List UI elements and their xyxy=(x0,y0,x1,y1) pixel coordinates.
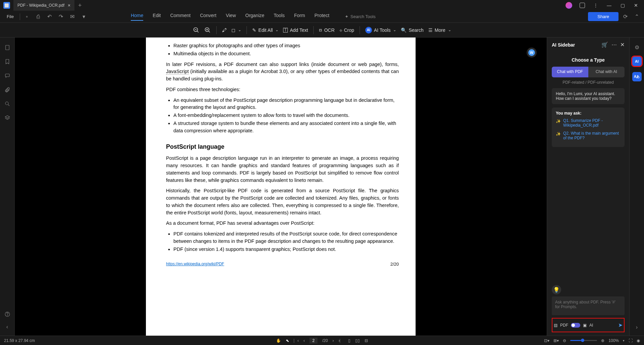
tab-comment[interactable]: Comment xyxy=(170,13,191,21)
maximize-button[interactable]: ▢ xyxy=(617,0,628,11)
sync-icon[interactable]: ⟳ xyxy=(621,12,630,21)
suggestion-q1[interactable]: ✨Q1. Summarize PDF - Wikipedia_OCR.pdf xyxy=(556,118,621,128)
redo-icon[interactable]: ↷ xyxy=(56,12,66,21)
doc-heading: PostScript language xyxy=(166,142,399,151)
tab-view[interactable]: View xyxy=(226,13,236,21)
ai-sidebar-toggle[interactable]: AI xyxy=(632,57,642,66)
share-button[interactable]: Share xyxy=(588,12,619,21)
close-tab-icon[interactable]: × xyxy=(68,3,70,8)
select-tool-icon[interactable]: ⬉ xyxy=(286,338,289,343)
ocr-button[interactable]: ⧈ OCR xyxy=(319,27,334,33)
svg-point-9 xyxy=(5,102,8,105)
search-rail-icon[interactable] xyxy=(4,100,11,107)
chat-with-pdf-button[interactable]: Chat with PDF xyxy=(552,67,588,77)
add-text-button[interactable]: 🅃 Add Text xyxy=(283,27,308,33)
dropdown-icon[interactable]: ▾ xyxy=(79,12,89,21)
zoom-in-status-icon[interactable]: ⊕ xyxy=(601,338,604,343)
sidebar-menu-icon[interactable]: ⋯ xyxy=(611,42,617,48)
more-button[interactable]: ☰ More xyxy=(428,27,451,33)
wand-icon: ✦ xyxy=(345,14,348,19)
status-bar: 21.59 x 27.94 cm ✋ ⬉ ⎸‹ ‹ /20 › ›⎸ ▯ ▯▯ … xyxy=(0,336,644,345)
undo-icon[interactable]: ↶ xyxy=(45,12,54,21)
zoom-in-icon[interactable] xyxy=(204,27,211,33)
suggestion-q2[interactable]: ✨Q2. What is the main argument of the PD… xyxy=(556,131,621,140)
chat-subtext: PDF-related / PDF-unrelated xyxy=(552,80,625,85)
print-icon[interactable]: ⎙ xyxy=(34,12,43,21)
add-tab-button[interactable]: + xyxy=(74,2,85,9)
prev-page-icon[interactable]: ‹ xyxy=(304,338,305,343)
settings-icon[interactable]: ⚙ xyxy=(635,44,639,51)
word-badge[interactable]: W xyxy=(527,48,537,58)
document-viewport[interactable]: W Raster graphics for photographs and ot… xyxy=(15,38,547,336)
next-page-icon[interactable]: › xyxy=(332,338,334,343)
tab-convert[interactable]: Convert xyxy=(200,13,216,21)
thumbnails-icon[interactable] xyxy=(4,44,11,51)
minimize-button[interactable]: — xyxy=(604,0,614,11)
layers-icon[interactable] xyxy=(4,115,11,121)
svg-line-4 xyxy=(209,31,210,32)
read-mode-icon[interactable]: ◉ xyxy=(637,338,640,343)
page-number: 2/20 xyxy=(390,261,399,268)
choose-type-label: Choose a Type xyxy=(552,57,625,63)
close-sidebar-icon[interactable]: ✕ xyxy=(620,42,625,48)
edit-all-button[interactable]: ✎ Edit All xyxy=(252,27,278,33)
cart-icon[interactable]: 🛒 xyxy=(601,42,608,48)
page-dimensions: 21.59 x 27.94 cm xyxy=(4,338,35,343)
feedback-icon[interactable] xyxy=(577,0,588,11)
fit-page-icon[interactable]: ⊞▾ xyxy=(553,338,559,343)
open-icon[interactable]: ▫ xyxy=(22,12,32,21)
zoom-out-icon[interactable] xyxy=(193,27,200,33)
continuous-icon[interactable]: ⊟ xyxy=(365,338,368,343)
crop-button[interactable]: ⟐ Crop xyxy=(339,27,354,33)
chat-mode-row: ▤ PDF ▣ AI ➤ xyxy=(552,318,625,332)
comments-icon[interactable] xyxy=(4,72,11,79)
bookmarks-icon[interactable] xyxy=(4,58,11,65)
collapse-left-icon[interactable]: ‹ xyxy=(4,324,11,330)
toolbar: 🖍 ◻ ✎ Edit All 🅃 Add Text ⧈ OCR ⟐ Crop A… xyxy=(0,23,644,38)
chat-input[interactable] xyxy=(552,296,625,315)
hand-tool-icon[interactable]: ✋ xyxy=(276,338,281,343)
email-icon[interactable]: ✉ xyxy=(68,12,77,21)
zoom-level[interactable]: 100% xyxy=(608,338,619,343)
page-total: /20 xyxy=(322,338,328,343)
tab-organize[interactable]: Organize xyxy=(245,13,264,21)
single-page-icon[interactable]: ▯ xyxy=(348,338,351,343)
expand-right-icon[interactable]: › xyxy=(636,324,638,330)
search-button[interactable]: 🔍 Search xyxy=(401,27,423,33)
collapse-ribbon-icon[interactable]: ⌃ xyxy=(632,12,641,21)
first-page-icon[interactable]: ⎸‹ xyxy=(294,338,299,343)
page-input[interactable] xyxy=(310,338,318,344)
doc-text: A structured storage system to bundle th… xyxy=(173,120,399,135)
search-tools[interactable]: ✦ Search Tools xyxy=(345,14,376,19)
last-page-icon[interactable]: ›⎸ xyxy=(338,338,343,343)
kebab-menu-icon[interactable]: ⋮ xyxy=(590,0,601,11)
highlight-icon[interactable]: 🖍 xyxy=(222,27,227,33)
zoom-slider[interactable] xyxy=(570,340,597,341)
tab-home[interactable]: Home xyxy=(131,13,143,21)
doc-text: Historically, the PostScript-like PDF co… xyxy=(166,187,399,216)
tab-edit[interactable]: Edit xyxy=(153,13,161,21)
zoom-out-status-icon[interactable]: ⊖ xyxy=(563,338,566,343)
fit-width-icon[interactable]: ⊡▾ xyxy=(544,338,549,343)
fullscreen-icon[interactable]: ⛶ xyxy=(629,338,633,343)
ai-translate-button[interactable]: Aあ xyxy=(632,72,642,81)
help-icon[interactable] xyxy=(4,311,11,318)
chat-with-ai-button[interactable]: Chat with AI xyxy=(588,67,625,77)
tab-form[interactable]: Form xyxy=(294,13,305,21)
two-page-icon[interactable]: ▯▯ xyxy=(355,338,360,343)
close-window-button[interactable]: ✕ xyxy=(631,0,641,11)
user-avatar[interactable] xyxy=(564,0,574,11)
send-button[interactable]: ➤ xyxy=(618,322,623,328)
svg-point-12 xyxy=(7,315,7,316)
tab-protect[interactable]: Protect xyxy=(314,13,329,21)
doc-link[interactable]: https://en.wikipedia.org/wiki/PDF xyxy=(166,261,224,268)
right-rail: ⚙ AI Aあ › xyxy=(629,38,644,336)
prompt-ideas-icon[interactable]: 💡 xyxy=(552,285,561,294)
tab-tools[interactable]: Tools xyxy=(274,13,285,21)
document-tab[interactable]: PDF - Wikipedia_OCR.pdf × xyxy=(13,0,74,11)
attachments-icon[interactable] xyxy=(4,86,11,93)
ai-tools-button[interactable]: AIAI Tools xyxy=(365,27,396,33)
file-menu[interactable]: File xyxy=(3,14,18,19)
mode-toggle[interactable] xyxy=(571,323,580,328)
shape-icon[interactable]: ◻ xyxy=(231,27,241,33)
